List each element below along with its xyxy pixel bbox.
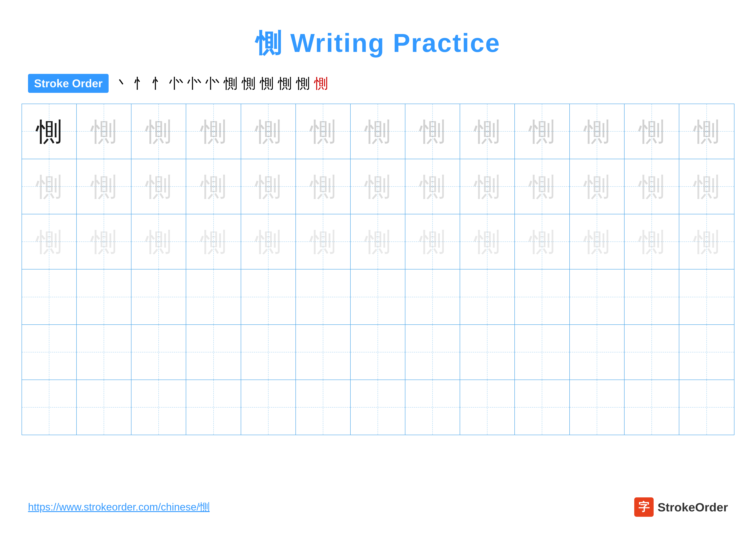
char-display: 惻	[474, 174, 500, 199]
char-display: 惻	[419, 174, 446, 199]
grid-cell-r3c7[interactable]: 惻	[351, 214, 405, 269]
grid-cell-r1c2[interactable]: 惻	[77, 104, 131, 159]
grid-cell-r1c9[interactable]: 惻	[460, 104, 515, 159]
grid-cell-r5c1[interactable]	[22, 325, 77, 380]
grid-cell-r5c8[interactable]	[405, 325, 460, 380]
grid-cell-r5c6[interactable]	[296, 325, 351, 380]
grid-cell-r2c8[interactable]: 惻	[405, 159, 460, 214]
grid-cell-r6c7[interactable]	[351, 380, 405, 435]
grid-cell-r1c1[interactable]: 惻	[22, 104, 77, 159]
grid-cell-r1c8[interactable]: 惻	[405, 104, 460, 159]
grid-row-2: 惻 惻 惻 惻 惻 惻 惻 惻 惻 惻 惻 惻	[22, 159, 734, 214]
grid-cell-r5c4[interactable]	[186, 325, 241, 380]
grid-cell-r5c3[interactable]	[131, 325, 186, 380]
grid-cell-r5c7[interactable]	[351, 325, 405, 380]
footer-url[interactable]: https://www.strokeorder.com/chinese/惻	[28, 500, 210, 514]
grid-cell-r6c11[interactable]	[570, 380, 625, 435]
grid-cell-r1c12[interactable]: 惻	[625, 104, 679, 159]
page-title: 惻 Writing Practice	[0, 0, 756, 74]
grid-cell-r5c12[interactable]	[625, 325, 679, 380]
grid-cell-r3c13[interactable]: 惻	[679, 214, 734, 269]
char-display: 惻	[256, 174, 281, 199]
grid-cell-r6c5[interactable]	[241, 380, 296, 435]
grid-cell-r2c1[interactable]: 惻	[22, 159, 77, 214]
logo-text: StrokeOrder	[658, 500, 728, 514]
char-display: 惻	[419, 229, 446, 255]
grid-cell-r6c8[interactable]	[405, 380, 460, 435]
char-display: 惻	[584, 229, 610, 255]
grid-cell-r2c10[interactable]: 惻	[515, 159, 570, 214]
grid-cell-r2c5[interactable]: 惻	[241, 159, 296, 214]
practice-grid: 惻 惻 惻 惻 惻 惻 惻 惻 惻 惻 惻 惻	[21, 104, 735, 435]
grid-cell-r5c5[interactable]	[241, 325, 296, 380]
grid-cell-r4c8[interactable]	[405, 269, 460, 324]
grid-cell-r1c11[interactable]: 惻	[570, 104, 625, 159]
grid-cell-r1c4[interactable]: 惻	[186, 104, 241, 159]
grid-cell-r2c11[interactable]: 惻	[570, 159, 625, 214]
char-display: 惻	[91, 229, 117, 255]
grid-cell-r2c12[interactable]: 惻	[625, 159, 679, 214]
grid-cell-r3c6[interactable]: 惻	[296, 214, 351, 269]
grid-cell-r5c11[interactable]	[570, 325, 625, 380]
grid-cell-r6c13[interactable]	[679, 380, 734, 435]
stroke-7: 惻	[224, 74, 237, 93]
grid-cell-r2c9[interactable]: 惻	[460, 159, 515, 214]
char-display: 惻	[419, 118, 446, 144]
grid-cell-r5c10[interactable]	[515, 325, 570, 380]
grid-cell-r3c10[interactable]: 惻	[515, 214, 570, 269]
grid-cell-r4c2[interactable]	[77, 269, 131, 324]
grid-cell-r2c7[interactable]: 惻	[351, 159, 405, 214]
grid-cell-r6c12[interactable]	[625, 380, 679, 435]
grid-cell-r4c11[interactable]	[570, 269, 625, 324]
grid-cell-r4c6[interactable]	[296, 269, 351, 324]
grid-cell-r3c12[interactable]: 惻	[625, 214, 679, 269]
grid-cell-r3c11[interactable]: 惻	[570, 214, 625, 269]
grid-cell-r2c6[interactable]: 惻	[296, 159, 351, 214]
grid-cell-r3c9[interactable]: 惻	[460, 214, 515, 269]
grid-cell-r1c13[interactable]: 惻	[679, 104, 734, 159]
footer: https://www.strokeorder.com/chinese/惻 字 …	[0, 497, 756, 517]
grid-cell-r5c2[interactable]	[77, 325, 131, 380]
grid-cell-r3c3[interactable]: 惻	[131, 214, 186, 269]
grid-cell-r2c13[interactable]: 惻	[679, 159, 734, 214]
grid-cell-r2c3[interactable]: 惻	[131, 159, 186, 214]
stroke-12: 惻	[314, 74, 328, 93]
grid-cell-r6c2[interactable]	[77, 380, 131, 435]
grid-cell-r6c6[interactable]	[296, 380, 351, 435]
grid-cell-r3c8[interactable]: 惻	[405, 214, 460, 269]
grid-cell-r3c1[interactable]: 惻	[22, 214, 77, 269]
grid-cell-r1c7[interactable]: 惻	[351, 104, 405, 159]
stroke-11: 惻	[296, 74, 310, 93]
grid-cell-r6c3[interactable]	[131, 380, 186, 435]
grid-cell-r4c10[interactable]	[515, 269, 570, 324]
char-display: 惻	[146, 118, 172, 144]
grid-cell-r1c6[interactable]: 惻	[296, 104, 351, 159]
grid-cell-r5c13[interactable]	[679, 325, 734, 380]
grid-cell-r4c13[interactable]	[679, 269, 734, 324]
grid-cell-r2c4[interactable]: 惻	[186, 159, 241, 214]
grid-cell-r3c2[interactable]: 惻	[77, 214, 131, 269]
grid-cell-r4c4[interactable]	[186, 269, 241, 324]
char-display: 惻	[529, 174, 555, 199]
grid-cell-r1c5[interactable]: 惻	[241, 104, 296, 159]
grid-cell-r4c5[interactable]	[241, 269, 296, 324]
char-display: 惻	[310, 174, 336, 199]
grid-cell-r5c9[interactable]	[460, 325, 515, 380]
grid-cell-r4c12[interactable]	[625, 269, 679, 324]
grid-cell-r4c3[interactable]	[131, 269, 186, 324]
grid-cell-r6c1[interactable]	[22, 380, 77, 435]
char-display: 惻	[474, 229, 500, 255]
grid-cell-r4c1[interactable]	[22, 269, 77, 324]
char-display: 惻	[310, 118, 336, 144]
stroke-order-section: Stroke Order 丶 忄 忄 㣺 㣺 㣺 惻 惻 惻 惻 惻 惻	[0, 74, 756, 93]
grid-cell-r6c10[interactable]	[515, 380, 570, 435]
grid-cell-r1c3[interactable]: 惻	[131, 104, 186, 159]
grid-cell-r3c4[interactable]: 惻	[186, 214, 241, 269]
grid-cell-r6c9[interactable]	[460, 380, 515, 435]
grid-cell-r2c2[interactable]: 惻	[77, 159, 131, 214]
grid-cell-r3c5[interactable]: 惻	[241, 214, 296, 269]
grid-cell-r4c7[interactable]	[351, 269, 405, 324]
grid-cell-r4c9[interactable]	[460, 269, 515, 324]
grid-cell-r6c4[interactable]	[186, 380, 241, 435]
grid-cell-r1c10[interactable]: 惻	[515, 104, 570, 159]
